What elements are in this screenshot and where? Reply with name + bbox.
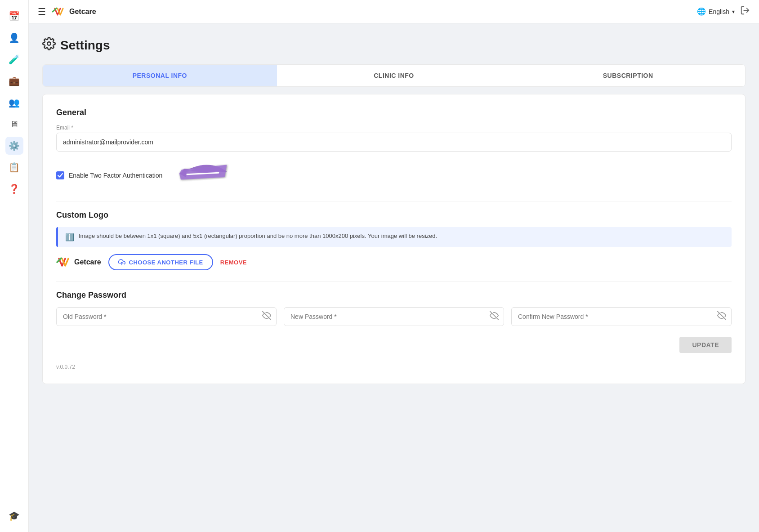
password-row xyxy=(56,307,732,326)
settings-gear-icon xyxy=(42,37,56,54)
choose-file-button[interactable]: CHOOSE ANOTHER FILE xyxy=(108,254,213,270)
tab-subscription[interactable]: SUBSCRIPTION xyxy=(511,65,745,86)
tab-clinic-info[interactable]: CLINIC INFO xyxy=(277,65,511,86)
topbar: ☰ Getcare 🌐 English ▾ xyxy=(29,0,759,23)
old-password-input[interactable] xyxy=(56,307,277,326)
logo-preview: Getcare xyxy=(56,257,101,268)
new-password-input[interactable] xyxy=(284,307,504,326)
svg-point-1 xyxy=(47,42,51,45)
old-password-group xyxy=(56,307,277,326)
upload-icon xyxy=(118,259,125,266)
email-input[interactable] xyxy=(56,133,732,152)
page-title: Settings xyxy=(60,38,110,53)
info-text: Image should be between 1x1 (square) and… xyxy=(79,232,437,239)
sidebar: 📅 👤 🧪 💼 👥 🖥 ⚙️ 📋 ❓ 🎓 xyxy=(0,0,29,532)
divider-1 xyxy=(56,201,732,201)
new-password-eye-icon[interactable] xyxy=(490,311,499,322)
custom-logo-heading: Custom Logo xyxy=(56,210,732,220)
sidebar-item-settings[interactable]: ⚙️ xyxy=(5,137,23,155)
new-password-group xyxy=(284,307,504,326)
tab-personal-info[interactable]: PERSONAL INFO xyxy=(43,65,277,86)
remove-button[interactable]: REMOVE xyxy=(220,259,247,266)
menu-icon[interactable]: ☰ xyxy=(38,6,46,17)
logout-button[interactable] xyxy=(740,5,750,18)
version-text: v.0.0.72 xyxy=(56,364,732,370)
logo-row: Getcare CHOOSE ANOTHER FILE REMOVE xyxy=(56,254,732,270)
logo-text: Getcare xyxy=(74,258,101,266)
sidebar-item-monitor[interactable]: 🖥 xyxy=(5,115,23,133)
info-icon: ℹ️ xyxy=(65,233,74,241)
choose-file-label: CHOOSE ANOTHER FILE xyxy=(129,259,203,266)
sidebar-item-clipboard[interactable]: 📋 xyxy=(5,158,23,176)
sidebar-item-calendar[interactable]: 📅 xyxy=(5,7,23,25)
app-name: Getcare xyxy=(69,8,96,16)
arrow-annotation xyxy=(176,159,230,190)
sidebar-item-bag[interactable]: 💼 xyxy=(5,72,23,90)
info-banner: ℹ️ Image should be between 1x1 (square) … xyxy=(56,227,732,247)
globe-icon: 🌐 xyxy=(697,7,706,16)
general-heading: General xyxy=(56,108,732,117)
content-card: General Email * Enable Two Factor Authen… xyxy=(42,94,746,384)
old-password-eye-icon[interactable] xyxy=(262,311,271,322)
sidebar-item-user[interactable]: 👤 xyxy=(5,29,23,47)
sidebar-item-graduation[interactable]: 🎓 xyxy=(5,507,23,525)
main-container: ☰ Getcare 🌐 English ▾ xyxy=(29,0,759,532)
email-field-group: Email * xyxy=(56,125,732,152)
divider-2 xyxy=(56,281,732,282)
language-label: English xyxy=(709,8,729,15)
sidebar-item-team[interactable]: 👥 xyxy=(5,94,23,112)
chevron-down-icon: ▾ xyxy=(732,9,735,15)
content-area: Settings PERSONAL INFO CLINIC INFO SUBSC… xyxy=(29,23,759,532)
confirm-password-group xyxy=(511,307,732,326)
tabs-container: PERSONAL INFO CLINIC INFO SUBSCRIPTION xyxy=(42,64,746,87)
update-row: UPDATE xyxy=(56,337,732,353)
app-logo: Getcare xyxy=(51,7,96,17)
page-title-row: Settings xyxy=(42,37,746,54)
two-factor-checkbox[interactable] xyxy=(56,171,64,179)
sidebar-item-lab[interactable]: 🧪 xyxy=(5,50,23,68)
logo-icon xyxy=(51,7,66,17)
logo-preview-icon xyxy=(56,257,72,268)
email-label: Email * xyxy=(56,125,732,131)
two-factor-label: Enable Two Factor Authentication xyxy=(69,172,162,179)
update-button[interactable]: UPDATE xyxy=(679,337,732,353)
change-password-heading: Change Password xyxy=(56,291,732,300)
confirm-password-eye-icon[interactable] xyxy=(717,311,726,322)
two-factor-row: Enable Two Factor Authentication xyxy=(56,159,732,192)
confirm-password-input[interactable] xyxy=(511,307,732,326)
language-selector[interactable]: 🌐 English ▾ xyxy=(697,7,735,16)
sidebar-item-help[interactable]: ❓ xyxy=(5,180,23,198)
